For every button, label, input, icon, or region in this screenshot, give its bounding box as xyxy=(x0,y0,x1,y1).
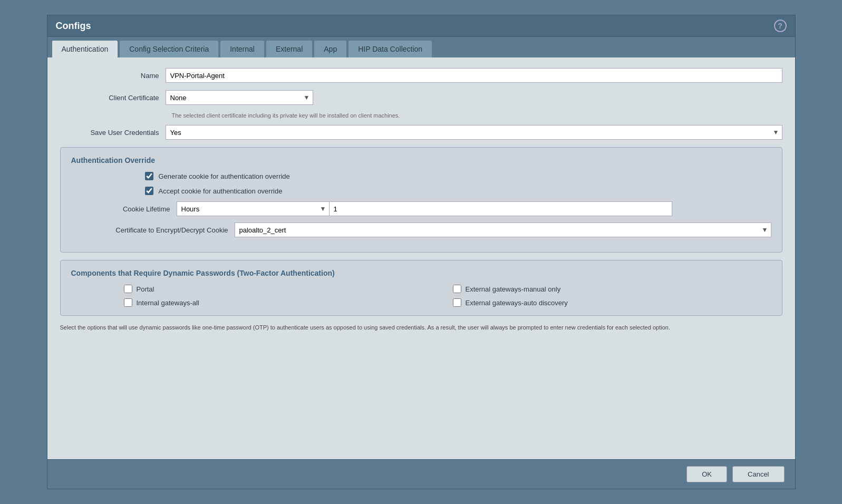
internal-gateways-checkbox[interactable] xyxy=(124,298,132,307)
auth-override-title: Authentication Override xyxy=(71,156,771,164)
client-cert-field-wrapper: None ▼ xyxy=(166,90,782,105)
dialog-title: Configs xyxy=(56,21,91,32)
generate-cookie-row: Generate cookie for authentication overr… xyxy=(145,172,771,180)
client-cert-label: Client Certificate xyxy=(60,94,166,102)
ext-manual-checkbox-item: External gateways-manual only xyxy=(453,285,771,293)
name-label: Name xyxy=(60,72,166,80)
name-row: Name xyxy=(60,68,782,83)
accept-cookie-label: Accept cookie for authentication overrid… xyxy=(159,187,283,195)
cookie-unit-select[interactable]: Hours Days Weeks xyxy=(177,201,330,216)
ok-button[interactable]: OK xyxy=(686,466,727,482)
content-area: Name Client Certificate None ▼ The selec… xyxy=(47,57,795,459)
tab-config-selection[interactable]: Config Selection Criteria xyxy=(119,40,219,57)
tab-bar: Authentication Config Selection Criteria… xyxy=(47,37,795,57)
two-factor-title: Components that Require Dynamic Password… xyxy=(71,269,771,277)
cookie-lifetime-label: Cookie Lifetime xyxy=(71,205,177,213)
cookie-value-input[interactable] xyxy=(330,201,672,216)
client-cert-select-wrapper: None ▼ xyxy=(166,90,313,105)
tab-external[interactable]: External xyxy=(266,40,313,57)
generate-cookie-label: Generate cookie for authentication overr… xyxy=(159,172,290,180)
generate-cookie-checkbox[interactable] xyxy=(145,172,153,180)
tab-internal[interactable]: Internal xyxy=(220,40,265,57)
cookie-lifetime-row: Cookie Lifetime Hours Days Weeks ▼ xyxy=(71,201,771,216)
portal-label: Portal xyxy=(137,285,154,293)
client-cert-row: Client Certificate None ▼ xyxy=(60,90,782,105)
cancel-button[interactable]: Cancel xyxy=(732,466,784,482)
client-cert-hint: The selected client certificate includin… xyxy=(166,112,782,119)
cookie-unit-select-wrapper: Hours Days Weeks ▼ xyxy=(177,201,330,216)
ext-manual-checkbox[interactable] xyxy=(453,285,461,293)
save-user-cred-select-wrapper: Yes No ▼ xyxy=(166,125,782,140)
dialog-footer: OK Cancel xyxy=(47,459,795,489)
encrypt-cert-row: Certificate to Encrypt/Decrypt Cookie pa… xyxy=(71,222,771,237)
save-user-cred-field-wrapper: Yes No ▼ xyxy=(166,125,782,140)
help-icon[interactable]: ? xyxy=(774,20,787,32)
ext-auto-checkbox[interactable] xyxy=(453,298,461,307)
footer-note: Select the options that will use dynamic… xyxy=(60,323,782,332)
portal-checkbox[interactable] xyxy=(124,285,132,293)
encrypt-cert-select[interactable]: paloalto_2_cert xyxy=(235,222,771,237)
save-user-cred-label: Save User Credentials xyxy=(60,129,166,137)
encrypt-cert-select-wrapper: paloalto_2_cert ▼ xyxy=(235,222,771,237)
ext-auto-checkbox-item: External gateways-auto discovery xyxy=(453,298,771,307)
encrypt-cert-label: Certificate to Encrypt/Decrypt Cookie xyxy=(71,226,235,234)
name-input[interactable] xyxy=(166,68,782,83)
auth-override-section: Authentication Override Generate cookie … xyxy=(60,147,782,253)
client-cert-select[interactable]: None xyxy=(166,90,313,105)
tab-authentication[interactable]: Authentication xyxy=(52,40,119,57)
save-user-cred-select[interactable]: Yes No xyxy=(166,125,782,140)
two-factor-checkboxes: Portal External gateways-manual only Int… xyxy=(124,285,771,307)
portal-checkbox-item: Portal xyxy=(124,285,442,293)
ext-manual-label: External gateways-manual only xyxy=(466,285,561,293)
tab-hip-data[interactable]: HIP Data Collection xyxy=(348,40,432,57)
encrypt-cert-select-wrapper-outer: paloalto_2_cert ▼ xyxy=(235,222,771,237)
accept-cookie-row: Accept cookie for authentication overrid… xyxy=(145,187,771,195)
internal-gateways-checkbox-item: Internal gateways-all xyxy=(124,298,442,307)
accept-cookie-checkbox[interactable] xyxy=(145,187,153,195)
cookie-lifetime-fields: Hours Days Weeks ▼ xyxy=(177,201,672,216)
tab-app[interactable]: App xyxy=(314,40,347,57)
dialog-header: Configs ? xyxy=(47,15,795,37)
name-field-wrapper xyxy=(166,68,782,83)
save-user-cred-row: Save User Credentials Yes No ▼ xyxy=(60,125,782,140)
configs-dialog: Configs ? Authentication Config Selectio… xyxy=(47,15,796,489)
two-factor-section: Components that Require Dynamic Password… xyxy=(60,260,782,316)
ext-auto-label: External gateways-auto discovery xyxy=(466,299,568,307)
internal-gateways-label: Internal gateways-all xyxy=(137,299,199,307)
